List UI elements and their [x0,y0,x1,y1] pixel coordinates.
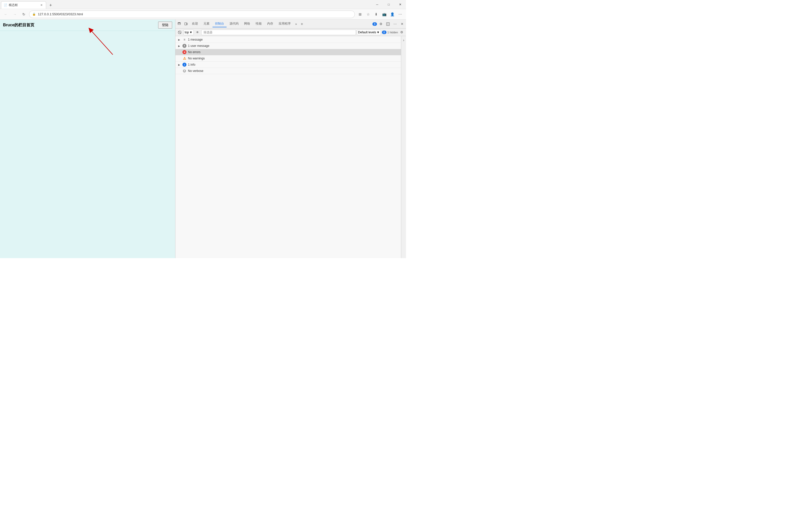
info-icon: i [182,63,186,67]
devtools-error-badge: 8 [372,22,377,26]
console-item-text: 1 user message [188,44,209,48]
svg-point-12 [185,70,185,71]
restore-button[interactable]: □ [383,0,395,9]
console-levels-arrow: ▼ [377,31,380,34]
extensions-button[interactable]: ⊞ [356,10,364,18]
console-badge: 8 [382,31,386,34]
message-icon: ≡ [182,37,186,41]
console-item-info[interactable]: ▶ i 1 info [175,62,401,68]
refresh-button[interactable]: ↻ [20,10,28,18]
profile-button[interactable]: 👤 [388,10,396,18]
console-item-messages[interactable]: ▶ ≡ 1 message [175,36,401,43]
tab-performance[interactable]: 性能 [253,21,264,27]
page-content: Bruce的栏目首页 登陆 [0,20,175,258]
device-mode-button[interactable] [183,21,189,27]
more-tabs-button[interactable]: » [294,21,298,27]
console-context-selector[interactable]: top ▼ [183,30,194,35]
expand-icon: ▶ [177,63,181,66]
tab-memory[interactable]: 内存 [265,21,276,27]
title-bar: 📄 模态框 ✕ + ─ □ ✕ [0,0,406,9]
svg-rect-2 [178,23,180,23]
console-item-text: No errors [188,50,201,54]
console-item-errors[interactable]: ▶ ✕ No errors [175,49,401,55]
tab-sources[interactable]: 源代码 [227,21,241,27]
console-right-buttons: 1 hidden ⚙ [387,30,405,35]
nav-right-buttons: ⊞ ☆ ⬇ 📺 👤 ⋯ [356,10,404,18]
console-item-warnings[interactable]: ▶ ⚠ No warnings [175,55,401,62]
favorites-button[interactable]: ☆ [365,10,372,18]
console-toolbar: top ▼ 👁 Default levels ▼ 8 1 hidden ⚙ [175,29,406,36]
user-message-icon [182,44,186,48]
browser-window: 📄 模态框 ✕ + ─ □ ✕ ← → ↻ 🔒 127.0.0.1:5500/0… [0,0,406,258]
devtools-dock-button[interactable] [385,21,391,27]
console-eye-button[interactable]: 👁 [195,30,200,35]
devtools-panel: 欢迎 元素 控制台 源代码 网络 性能 内存 应用程序 » + 8 ⚙ [175,20,406,258]
console-filter-input[interactable] [201,30,356,35]
console-item-text: No verbose [188,69,203,73]
svg-point-11 [184,70,184,71]
cast-button[interactable]: 📺 [380,10,388,18]
devtools-expand-panel: › [401,36,406,258]
add-tab-button[interactable]: + [299,21,305,27]
svg-rect-4 [186,23,187,25]
console-content: ▶ ≡ 1 message ▶ 1 user messag [175,36,401,258]
tab-welcome[interactable]: 欢迎 [190,21,201,27]
chevron-icon[interactable]: › [403,38,404,42]
warning-icon: ⚠ [182,56,186,60]
console-item-text: No warnings [188,57,205,60]
console-item-user-messages[interactable]: ▶ 1 user message [175,43,401,49]
minimize-button[interactable]: ─ [371,0,383,9]
svg-rect-3 [185,23,186,25]
forward-button[interactable]: → [11,10,19,18]
page-header: Bruce的栏目首页 登陆 [0,20,175,31]
error-icon: ✕ [182,50,186,54]
console-item-text: 1 info [188,63,195,66]
console-item-verbose[interactable]: ▶ No verbose [175,68,401,74]
tab-icon: 📄 [4,3,7,7]
expand-icon: ▶ [177,44,181,48]
tab-application[interactable]: 应用程序 [276,21,293,27]
page-title: Bruce的栏目首页 [3,23,34,28]
tab-close-button[interactable]: ✕ [39,3,44,7]
tab-title: 模态框 [9,3,38,7]
back-button[interactable]: ← [2,10,9,18]
devtools-settings-button[interactable]: ⚙ [378,21,384,27]
svg-line-8 [179,31,181,33]
devtools-close-button[interactable]: ✕ [399,21,405,27]
tab-network[interactable]: 网络 [241,21,253,27]
devtools-more-button[interactable]: ⋯ [392,21,398,27]
console-levels-label: Default levels [358,31,376,34]
expand-icon: ▶ [177,38,181,41]
address-text: 127.0.0.1:5500/0323/0323.html [38,12,83,16]
download-button[interactable]: ⬇ [372,10,380,18]
address-bar[interactable]: 🔒 127.0.0.1:5500/0323/0323.html [29,10,355,18]
devtools-right-buttons: 8 ⚙ ⋯ ✕ [372,21,405,27]
lock-icon: 🔒 [32,12,36,16]
main-area: Bruce的栏目首页 登陆 [0,20,406,258]
nav-bar: ← → ↻ 🔒 127.0.0.1:5500/0323/0323.html ⊞ … [0,9,406,20]
close-button[interactable]: ✕ [395,0,406,9]
console-item-text: 1 message [188,38,203,41]
login-button[interactable]: 登陆 [158,22,172,29]
window-controls: ─ □ ✕ [371,0,406,9]
new-tab-button[interactable]: + [47,2,54,9]
svg-point-9 [184,45,185,46]
console-hidden-text: 1 hidden [387,31,398,34]
console-dropdown-arrow: ▼ [190,31,193,34]
svg-line-0 [90,30,113,55]
tab-strip: 📄 模态框 ✕ + [0,0,54,9]
inspect-element-button[interactable] [176,21,182,27]
active-tab[interactable]: 📄 模态框 ✕ [1,1,46,9]
console-levels-selector[interactable]: Default levels ▼ [357,30,381,35]
console-settings-button[interactable]: ⚙ [399,30,405,35]
devtools-toolbar: 欢迎 元素 控制台 源代码 网络 性能 内存 应用程序 » + 8 ⚙ [175,20,406,29]
verbose-icon [182,69,186,73]
console-top-label: top [185,31,189,34]
more-button[interactable]: ⋯ [397,10,404,18]
tab-console[interactable]: 控制台 [212,21,227,27]
tab-elements[interactable]: 元素 [201,21,212,27]
console-clear-button[interactable] [177,30,182,35]
